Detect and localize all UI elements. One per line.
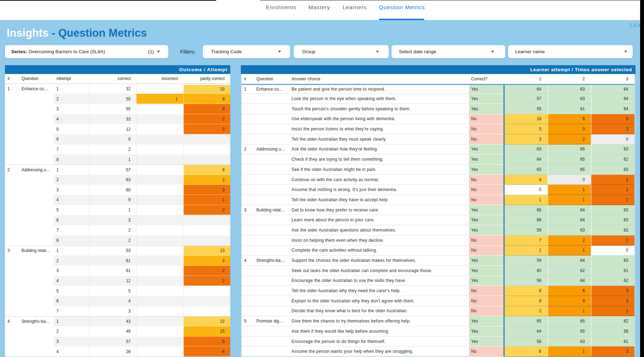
attempt-cell: 6 [54, 134, 89, 144]
correct-count-cell: 57 [89, 165, 136, 175]
col-header-attempt-2[interactable]: 2 [548, 74, 591, 84]
answer-row-q2-1[interactable]: 2Addressing u…Ask the older Australian h… [241, 144, 636, 155]
learner-name-dropdown[interactable]: Learner name [508, 45, 633, 58]
correct-count-cell: 63 [89, 175, 136, 185]
outcome-row-q1-a2[interactable]: 25518 [5, 94, 230, 104]
outcome-row-q3-a1[interactable]: 3Building relat…15313 [5, 246, 230, 256]
tab-question-metrics[interactable]: Question Metrics [379, 0, 425, 15]
times-selected-cell-attempt-3: 1 [591, 195, 634, 205]
outcome-row-q4-a4[interactable]: 4266 [5, 346, 230, 357]
answer-row-q3-2[interactable]: Learn more about the person in your care… [241, 215, 636, 225]
question-number-cell [242, 346, 254, 357]
incorrect-count-cell [136, 84, 183, 94]
tab-learners[interactable]: Learners [343, 0, 367, 15]
tab-mastery[interactable]: Mastery [308, 0, 330, 15]
question-cell: Addressing u… [254, 144, 290, 155]
outcome-row-q2-a3[interactable]: 3603 [5, 185, 230, 195]
outcome-row-q4-a3[interactable]: 3576 [5, 337, 230, 347]
series-dropdown[interactable]: Series: Overcoming Barriers to Care (SL8… [5, 45, 168, 58]
col-header-num[interactable]: # [5, 74, 20, 84]
question-number-cell [5, 235, 20, 246]
answer-row-q1-1[interactable]: 1Enhance co…Be patient and give the pers… [241, 84, 636, 94]
answer-row-q1-6[interactable]: Tell the older Australian they must spea… [241, 134, 636, 144]
answer-row-q2-4[interactable]: Continue on with the care activity as no… [241, 175, 636, 185]
outcome-row-q1-a6[interactable]: 68 [5, 134, 230, 144]
answer-row-q4-6[interactable]: Decide that they know what is best for t… [241, 306, 636, 316]
answer-row-q2-5[interactable]: Assume that nothing is wrong. It's just … [241, 185, 636, 195]
outcome-row-q2-a7[interactable]: 72 [5, 225, 230, 235]
answer-row-q4-2[interactable]: Seek out tasks the older Australian can … [241, 266, 636, 276]
answer-row-q3-4[interactable]: Insist on helping them even when they de… [241, 235, 636, 246]
outcome-row-q2-a1[interactable]: 2Addressing u…1578 [5, 165, 230, 175]
outcome-row-q1-a1[interactable]: 1Enhance co…13233 [5, 84, 230, 94]
answer-row-q2-6[interactable]: Tell the older Australian they have to a… [241, 195, 636, 205]
answer-row-q5-3[interactable]: Encourage the person to do things for th… [241, 337, 636, 347]
outcome-row-q3-a2[interactable]: 2613 [5, 256, 230, 266]
answer-row-q1-2[interactable]: Look the person in the eye when speaking… [241, 94, 636, 104]
outcome-row-q2-a5[interactable]: 512 [5, 205, 230, 215]
question-number-cell [5, 114, 20, 124]
answer-row-q1-4[interactable]: Use elderspeak with the person living wi… [241, 114, 636, 124]
times-selected-cell-attempt-2: 6 [548, 286, 591, 296]
outcome-row-q4-a1[interactable]: 4Strengths-ba…14322 [5, 316, 230, 326]
answer-row-q3-5[interactable]: Complete the care activities without tal… [241, 246, 636, 256]
col-header-incorrect[interactable]: incorrect [136, 74, 183, 84]
col-header-attempt-1[interactable]: 1 [504, 74, 548, 84]
answer-choice-cell: Be patient and give the person time to r… [290, 84, 469, 94]
answer-row-q4-1[interactable]: 4Strengths-ba…Support the choices the ol… [241, 256, 636, 266]
outcome-row-q3-a4[interactable]: 4122 [5, 276, 230, 286]
times-selected-cell-attempt-3: 3 [591, 124, 634, 134]
question-cell [254, 104, 290, 114]
outcome-row-q1-a7[interactable]: 72 [5, 144, 230, 155]
outcome-row-q2-a4[interactable]: 491 [5, 195, 230, 205]
answer-row-q4-5[interactable]: Explain to the older Australian why they… [241, 296, 636, 306]
outcome-row-q2-a6[interactable]: 63 [5, 215, 230, 225]
answer-row-q2-2[interactable]: Check if they are trying to tell them so… [241, 154, 636, 165]
col-header-question[interactable]: Question [20, 74, 54, 84]
col-header-num[interactable]: # [242, 74, 254, 84]
times-selected-cell-attempt-1: 2 [504, 306, 548, 316]
answer-row-q5-2[interactable]: Ask them if they would like help before … [241, 326, 636, 337]
outcome-row-q1-a4[interactable]: 4332 [5, 114, 230, 124]
date-range-dropdown[interactable]: Select date range [392, 45, 505, 58]
answer-row-q1-3[interactable]: Touch the person's shoulder gently befor… [241, 104, 636, 114]
outcome-row-q3-a3[interactable]: 3612 [5, 266, 230, 276]
tab-enrolments[interactable]: Enrolments [266, 0, 296, 15]
col-header-question[interactable]: Question [254, 74, 290, 84]
answer-row-q3-1[interactable]: 3Building relat…Get to know how they pre… [241, 205, 636, 215]
col-header-attempt-3[interactable]: 3 [591, 74, 634, 84]
answer-row-q3-3[interactable]: Ask the older Australian questions about… [241, 225, 636, 235]
outcome-row-q2-a2[interactable]: 2632 [5, 175, 230, 185]
outcome-row-q4-a2[interactable]: 24915 [5, 326, 230, 337]
answer-row-q5-4[interactable]: Assume the person wants your help when t… [241, 346, 636, 357]
outcome-row-q3-a7[interactable]: 73 [5, 306, 230, 316]
answer-row-q2-3[interactable]: See if the older Australian might be in … [241, 165, 636, 175]
answer-row-q4-4[interactable]: Tell the older Australian why they need … [241, 286, 636, 296]
answer-row-q1-5[interactable]: Insist the person listens to what they'r… [241, 124, 636, 134]
outcome-row-q1-a8[interactable]: 81 [5, 154, 230, 165]
col-header-attempt[interactable]: Attempt [54, 74, 89, 84]
answer-row-q5-1[interactable]: 5Promote dig…Give them the chance to try… [241, 316, 636, 326]
times-selected-cell-attempt-1: 18 [504, 114, 548, 124]
answer-row-q4-3[interactable]: Encourage the older Australian to use th… [241, 276, 636, 286]
tracking-code-dropdown[interactable]: Tracking Code [203, 45, 290, 58]
outcome-row-q1-a3[interactable]: 3559 [5, 104, 230, 114]
times-selected-cell-attempt-3: 58 [591, 326, 634, 337]
window-edge-line-right [260, 0, 644, 0]
times-selected-cell-attempt-2: 1 [548, 346, 591, 357]
col-header-answer-choice[interactable]: Answer choice [290, 74, 469, 84]
col-header-partly-correct[interactable]: partly correct [183, 74, 230, 84]
col-header-correct[interactable]: Correct? [469, 74, 504, 84]
times-selected-cell-attempt-3: 63 [591, 256, 634, 266]
outcome-row-q3-a6[interactable]: 64 [5, 296, 230, 306]
question-number-cell [242, 266, 254, 276]
window-edge-bar-left [0, 0, 216, 1]
correct-flag-cell: Yes [469, 225, 504, 235]
group-dropdown[interactable]: Group [294, 45, 389, 58]
incorrect-count-cell [136, 134, 183, 144]
outcome-row-q2-a8[interactable]: 82 [5, 235, 230, 246]
outcome-row-q1-a5[interactable]: 5123 [5, 124, 230, 134]
col-header-correct[interactable]: correct [89, 74, 136, 84]
outcome-row-q3-a5[interactable]: 55 [5, 286, 230, 296]
series-text: Series: Overcoming Barriers to Care (SL8… [11, 49, 105, 54]
